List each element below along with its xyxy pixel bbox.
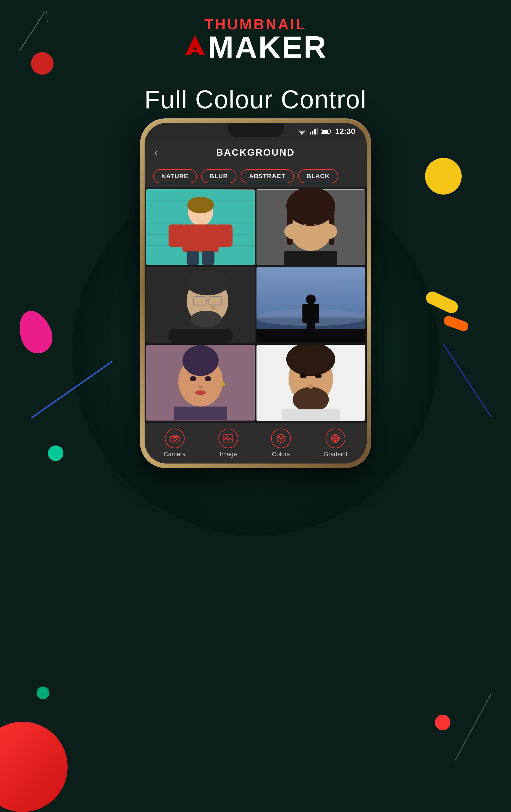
tab-nature[interactable]: NATURE (153, 169, 197, 183)
gradient-icon-circle (326, 429, 345, 448)
svg-rect-13 (317, 128, 318, 135)
image-cell-1[interactable] (146, 189, 255, 265)
tab-abstract[interactable]: ABSTRACT (241, 169, 294, 183)
battery-icon (321, 128, 332, 134)
image-cell-2[interactable] (257, 189, 365, 265)
person3-image (146, 267, 255, 343)
svg-point-38 (300, 218, 307, 223)
svg-point-74 (290, 355, 304, 369)
bottom-nav: Camera Image (145, 423, 367, 464)
svg-rect-27 (168, 225, 185, 247)
camera-icon-circle (165, 429, 185, 448)
svg-line-3 (455, 694, 491, 761)
svg-point-76 (302, 348, 319, 365)
nav-gradient[interactable]: Gradeint (324, 429, 347, 458)
svg-point-69 (195, 390, 206, 395)
image-cell-6[interactable] (257, 345, 365, 421)
svg-point-79 (315, 373, 322, 378)
svg-point-89 (281, 436, 284, 438)
nav-camera[interactable]: Camera (164, 429, 186, 458)
image-cell-5[interactable] (146, 345, 255, 421)
status-time: 12:30 (335, 127, 355, 136)
nav-image-label: Image (220, 451, 237, 458)
person5-image (146, 345, 255, 421)
svg-rect-5 (189, 50, 201, 53)
svg-line-1 (47, 11, 47, 23)
svg-point-36 (284, 223, 306, 240)
svg-point-78 (300, 373, 307, 378)
svg-point-80 (308, 384, 313, 389)
svg-point-65 (220, 382, 225, 386)
back-button[interactable]: ‹ (154, 147, 158, 158)
svg-rect-28 (216, 225, 232, 247)
screen-header: ‹ BACKGROUND (145, 140, 367, 165)
svg-rect-26 (182, 225, 218, 252)
svg-point-43 (318, 225, 320, 227)
nav-gradient-label: Gradeint (324, 451, 347, 458)
red-circle-top-left (31, 52, 54, 75)
svg-point-59 (305, 294, 316, 304)
person1-image (146, 189, 255, 265)
teal-circle-left (48, 445, 63, 461)
svg-rect-29 (187, 251, 199, 265)
svg-point-77 (293, 387, 329, 412)
phone-mockup: 12:30 ‹ BACKGROUND NATURE BLUR ABSTRACT … (140, 118, 371, 468)
person4-image (257, 267, 365, 343)
phone-notch (228, 123, 284, 137)
person6-image (257, 345, 365, 421)
nav-camera-label: Camera (164, 451, 186, 458)
wifi-icon (297, 128, 306, 135)
signal-icon (310, 128, 318, 135)
app-header: THUMBNAIL MAKER Full Colour Control (144, 17, 366, 114)
svg-rect-16 (322, 130, 328, 133)
svg-point-88 (278, 436, 280, 438)
image-icon (223, 434, 233, 443)
svg-rect-11 (312, 131, 313, 135)
image-cell-3[interactable] (146, 267, 255, 343)
svg-rect-12 (314, 129, 316, 135)
phone-inner: 12:30 ‹ BACKGROUND NATURE BLUR ABSTRACT … (145, 123, 367, 464)
svg-point-39 (314, 218, 321, 223)
red-circle-bottom-left (0, 722, 68, 812)
colors-icon (276, 433, 286, 443)
svg-line-0 (20, 11, 45, 51)
tab-blur[interactable]: BLUR (201, 169, 237, 183)
svg-point-94 (335, 438, 336, 439)
svg-point-93 (333, 436, 338, 441)
logo-arrow-icon (184, 34, 206, 61)
svg-rect-60 (302, 303, 319, 323)
deco-lines-right (441, 338, 497, 423)
green-circle-small (37, 687, 49, 699)
image-cell-4[interactable] (257, 267, 365, 343)
pink-drop-left (13, 306, 57, 358)
svg-rect-81 (281, 409, 340, 420)
deco-lines-bottom-right (452, 691, 494, 761)
phone-outer-frame: 12:30 ‹ BACKGROUND NATURE BLUR ABSTRACT … (140, 118, 371, 468)
camera-icon (170, 434, 180, 443)
svg-rect-70 (174, 407, 227, 420)
svg-point-68 (198, 385, 203, 389)
logo-maker-text: MAKER (208, 32, 327, 63)
gradient-icon (330, 433, 340, 443)
svg-point-52 (210, 306, 216, 310)
svg-point-84 (177, 437, 178, 438)
status-right: 12:30 (297, 127, 355, 136)
svg-point-66 (190, 376, 197, 381)
svg-point-83 (173, 438, 176, 441)
svg-point-25 (187, 197, 214, 213)
image-icon-circle (218, 429, 238, 448)
person2-image (257, 189, 365, 265)
svg-point-48 (190, 311, 221, 327)
svg-point-75 (318, 355, 331, 369)
nav-image[interactable]: Image (218, 429, 238, 458)
orange-pill-right (443, 315, 470, 333)
yellow-circle-top-right (425, 158, 462, 195)
svg-rect-30 (202, 251, 214, 265)
tab-black[interactable]: BLACK (298, 169, 338, 183)
svg-rect-57 (257, 329, 365, 343)
svg-point-41 (304, 224, 306, 225)
logo-maker: MAKER (144, 32, 366, 63)
svg-point-64 (190, 345, 210, 361)
nav-colors[interactable]: Colors (271, 429, 291, 458)
red-circle-bottom-right (435, 715, 450, 730)
